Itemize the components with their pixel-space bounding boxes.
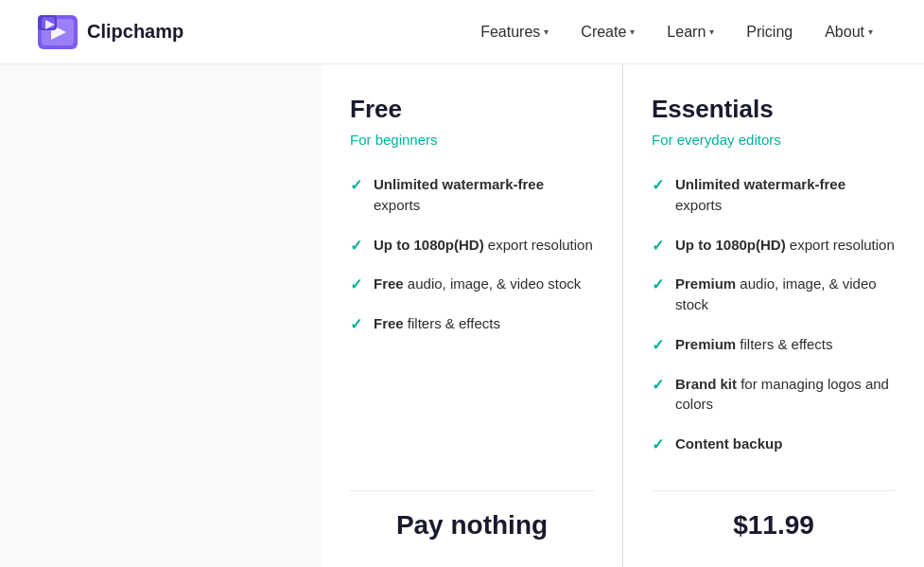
main-content: Free For beginners ✓ Unlimited watermark… <box>0 64 924 567</box>
checkmark-icon: ✓ <box>350 275 362 293</box>
checkmark-icon: ✓ <box>652 336 664 354</box>
chevron-down-icon: ▾ <box>709 27 714 37</box>
feature-text: Unlimited watermark-free exports <box>374 174 594 216</box>
list-item: ✓ Up to 1080p(HD) export resolution <box>652 235 896 256</box>
nav-item-create[interactable]: Create ▾ <box>567 16 648 48</box>
essentials-plan-price: $11.99 <box>652 490 896 540</box>
feature-text: Content backup <box>675 434 782 454</box>
nav-item-learn[interactable]: Learn ▾ <box>654 16 727 48</box>
free-plan-subtitle: For beginners <box>350 132 594 148</box>
nav-label-about: About <box>825 24 864 41</box>
checkmark-icon: ✓ <box>652 275 664 293</box>
logo-area: Clipchamp <box>38 15 183 49</box>
checkmark-icon: ✓ <box>350 315 362 333</box>
left-sidebar <box>0 64 322 567</box>
list-item: ✓ Premium filters & effects <box>652 334 896 355</box>
feature-text: Free filters & effects <box>374 313 500 334</box>
list-item: ✓ Content backup <box>652 434 896 454</box>
checkmark-icon: ✓ <box>350 176 362 194</box>
checkmark-icon: ✓ <box>652 376 664 394</box>
feature-text: Premium filters & effects <box>675 334 832 355</box>
checkmark-icon: ✓ <box>652 237 664 255</box>
logo-text: Clipchamp <box>87 21 183 43</box>
nav-label-features: Features <box>480 24 540 41</box>
free-plan-name: Free <box>350 95 594 124</box>
list-item: ✓ Free filters & effects <box>350 313 594 334</box>
nav-label-learn: Learn <box>667 24 706 41</box>
essentials-plan-column: Essentials For everyday editors ✓ Unlimi… <box>623 64 924 567</box>
list-item: ✓ Unlimited watermark-free exports <box>350 174 594 216</box>
essentials-plan-subtitle: For everyday editors <box>652 132 896 148</box>
feature-text: Up to 1080p(HD) export resolution <box>374 235 593 256</box>
list-item: ✓ Premium audio, image, & video stock <box>652 274 896 315</box>
checkmark-icon: ✓ <box>652 176 664 194</box>
feature-text: Unlimited watermark-free exports <box>675 174 896 216</box>
checkmark-icon: ✓ <box>350 237 362 255</box>
feature-text: Premium audio, image, & video stock <box>675 274 896 315</box>
list-item: ✓ Brand kit for managing logos and color… <box>652 374 896 416</box>
feature-text: Brand kit for managing logos and colors <box>675 374 896 416</box>
nav-item-features[interactable]: Features ▾ <box>467 16 562 48</box>
feature-text: Up to 1080p(HD) export resolution <box>675 235 895 256</box>
essentials-plan-name: Essentials <box>652 95 896 124</box>
chevron-down-icon: ▾ <box>630 27 635 37</box>
chevron-down-icon: ▾ <box>868 27 873 37</box>
checkmark-icon: ✓ <box>652 435 664 453</box>
list-item: ✓ Free audio, image, & video stock <box>350 274 594 294</box>
header: Clipchamp Features ▾ Create ▾ Learn ▾ Pr… <box>0 0 924 64</box>
main-nav: Features ▾ Create ▾ Learn ▾ Pricing Abou… <box>467 16 886 48</box>
free-plan-price: Pay nothing <box>350 490 594 540</box>
feature-text: Free audio, image, & video stock <box>374 274 581 294</box>
chevron-down-icon: ▾ <box>544 27 549 37</box>
list-item: ✓ Up to 1080p(HD) export resolution <box>350 235 594 256</box>
nav-item-pricing[interactable]: Pricing <box>733 16 806 48</box>
nav-label-pricing: Pricing <box>746 24 793 41</box>
nav-label-create: Create <box>581 24 626 41</box>
nav-item-about[interactable]: About ▾ <box>811 16 886 48</box>
pricing-area: Free For beginners ✓ Unlimited watermark… <box>322 64 924 567</box>
free-plan-column: Free For beginners ✓ Unlimited watermark… <box>322 64 623 567</box>
clipchamp-logo-icon <box>38 15 78 49</box>
essentials-features-list: ✓ Unlimited watermark-free exports ✓ Up … <box>652 174 896 460</box>
list-item: ✓ Unlimited watermark-free exports <box>652 174 896 216</box>
free-features-list: ✓ Unlimited watermark-free exports ✓ Up … <box>350 174 594 460</box>
